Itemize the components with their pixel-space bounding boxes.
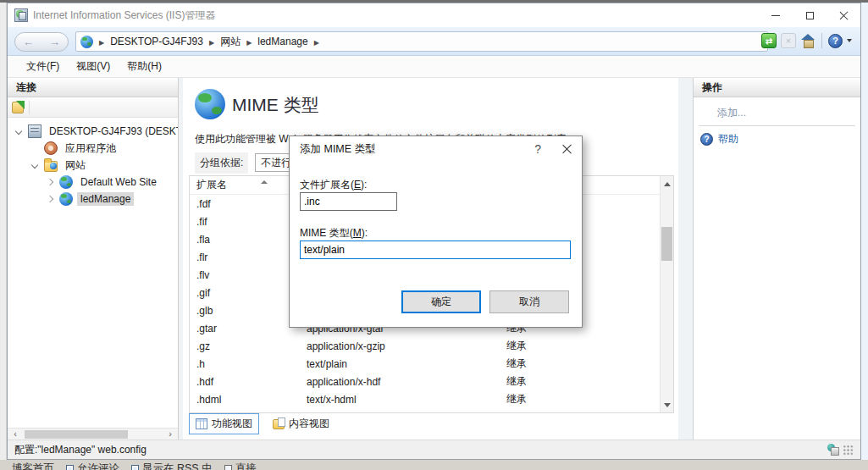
menu-bar: 文件(F)视图(V)帮助(H) <box>8 56 860 78</box>
menu-item[interactable]: 视图(V) <box>68 56 119 77</box>
tree-expander-icon[interactable] <box>31 162 38 169</box>
actions-panel: 操作 添加... ? 帮助 <box>693 78 860 440</box>
mime-type-field[interactable] <box>300 241 571 259</box>
background-page-label: 显示在 RSS 中 <box>142 462 213 470</box>
table-row[interactable]: .gz application/x-gzip 继承 <box>190 337 660 355</box>
cell-mime-type: text/plain <box>300 358 500 370</box>
cell-extension: .hdf <box>190 376 300 388</box>
connections-panel: 连接 DESKTOP-GJ4FJ93 (DESKTO 应用程序池 网站 Defa… <box>8 78 179 440</box>
scroll-up-icon[interactable] <box>661 177 673 191</box>
iis-app-icon <box>14 8 28 22</box>
tree-item-label: 应用程序池 <box>62 141 119 157</box>
breadcrumb-separator-icon: ▶ <box>99 39 104 47</box>
restart-icon[interactable]: ⇄ <box>761 33 777 48</box>
hscroll-thumb[interactable] <box>25 430 128 439</box>
cell-entry-type: 继承 <box>500 392 660 406</box>
view-tab[interactable]: 功能视图 <box>189 413 259 434</box>
resize-grip[interactable] <box>843 445 854 456</box>
add-action-link[interactable]: 添加... <box>717 106 746 120</box>
close-button[interactable] <box>827 3 860 27</box>
background-page-label: 直接 <box>235 462 257 470</box>
actions-header: 操作 <box>694 78 860 97</box>
tree-item-label: ledManage <box>77 192 134 206</box>
table-vscrollbar[interactable] <box>660 176 673 412</box>
mime-types-feature-icon <box>195 89 225 119</box>
help-dropdown-caret[interactable] <box>847 39 852 42</box>
tree-item[interactable]: DESKTOP-GJ4FJ93 (DESKTO <box>8 123 178 140</box>
breadcrumb-separator-icon: ▶ <box>246 39 252 47</box>
dialog-help-button[interactable]: ? <box>534 142 541 156</box>
help-icon[interactable]: ? <box>828 34 843 48</box>
maximize-icon <box>806 12 814 19</box>
breadcrumb-item[interactable]: 网站 <box>220 36 240 47</box>
connections-header: 连接 <box>8 78 178 97</box>
connections-hscrollbar[interactable]: ‹ › <box>8 428 178 440</box>
help-action-link[interactable]: ? 帮助 <box>700 132 738 147</box>
cell-entry-type: 继承 <box>500 374 660 389</box>
minimize-button[interactable] <box>759 3 793 27</box>
tree-expander-icon[interactable] <box>47 179 53 185</box>
title-bar: Internet Information Services (IIS)管理器 <box>8 3 860 27</box>
cell-extension: .flv <box>190 269 300 281</box>
content-view-icon <box>273 419 285 429</box>
breadcrumb-separator-icon: ▶ <box>209 39 214 47</box>
tree-expander-icon[interactable] <box>15 128 22 135</box>
cell-extension: .fla <box>190 234 300 246</box>
divider <box>29 101 30 114</box>
dialog-close-button[interactable] <box>561 144 572 154</box>
group-by-label: 分组依据: <box>195 152 248 174</box>
cell-extension: .flr <box>190 252 300 263</box>
tree-item[interactable]: 网站 <box>8 157 178 174</box>
tree-item-icon <box>59 192 73 206</box>
connections-tree: DESKTOP-GJ4FJ93 (DESKTO 应用程序池 网站 Default… <box>8 119 178 428</box>
view-tab[interactable]: 内容视图 <box>266 413 336 434</box>
background-page-label: 允许评论 <box>77 462 119 470</box>
nav-back-forward: ← → <box>14 32 69 52</box>
cancel-button[interactable]: 取消 <box>489 290 569 313</box>
column-header-extension[interactable]: 扩展名 <box>190 176 300 194</box>
cell-mime-type: text/x-hdml <box>300 394 500 406</box>
breadcrumb-item[interactable]: DESKTOP-GJ4FJ93 <box>110 36 203 47</box>
scroll-down-icon[interactable] <box>661 398 673 412</box>
tree-item[interactable]: ledManage <box>8 191 178 207</box>
table-row[interactable]: .h text/plain 继承 <box>190 355 660 373</box>
scroll-right-icon[interactable]: › <box>164 429 176 440</box>
view-tab-label: 功能视图 <box>212 417 252 431</box>
maximize-button[interactable] <box>793 3 827 27</box>
sort-ascending-icon <box>261 180 268 184</box>
window-title: Internet Information Services (IIS)管理器 <box>33 8 215 23</box>
site-globe-icon <box>80 36 93 48</box>
menu-item[interactable]: 帮助(H) <box>119 56 170 77</box>
checkbox-icon <box>131 465 139 470</box>
table-row[interactable]: .hdml text/x-hdml 继承 <box>190 390 660 408</box>
tree-item[interactable]: Default Web Site <box>8 174 178 191</box>
background-page-label: 博客首页 <box>12 462 54 470</box>
breadcrumb-item[interactable]: ledManage <box>257 36 307 47</box>
divider <box>699 125 855 126</box>
vscroll-thumb[interactable] <box>661 227 672 261</box>
background-page-item: 博客首页 <box>12 462 54 470</box>
menu-item[interactable]: 文件(F) <box>18 56 68 77</box>
scroll-left-icon[interactable]: ‹ <box>9 429 21 440</box>
page-title: MIME 类型 <box>232 93 319 117</box>
breadcrumb[interactable]: ▶DESKTOP-GJ4FJ93▶网站▶ledManage▶ <box>75 31 768 52</box>
view-tab-label: 内容视图 <box>289 417 329 431</box>
dialog-title-bar: 添加 MIME 类型 ? <box>290 136 582 162</box>
file-extension-field[interactable] <box>300 192 397 211</box>
help-label: 帮助 <box>718 132 738 147</box>
ok-button[interactable]: 确定 <box>401 290 481 313</box>
tree-expander-icon[interactable] <box>47 196 53 202</box>
home-icon[interactable] <box>800 33 815 48</box>
back-button[interactable]: ← <box>23 36 34 48</box>
connections-toolbar <box>8 97 178 118</box>
forward-button[interactable]: → <box>49 36 60 48</box>
cell-extension: .gif <box>190 287 300 299</box>
tree-item-icon <box>44 141 58 155</box>
tree-item-label: 网站 <box>62 158 89 174</box>
status-text: 配置:"ledManage" web.config <box>14 443 147 457</box>
create-connection-icon[interactable] <box>12 102 24 113</box>
table-row[interactable]: .hdf application/x-hdf 继承 <box>190 373 660 390</box>
tree-item[interactable]: 应用程序池 <box>8 140 178 157</box>
background-page-item: 允许评论 <box>66 462 119 470</box>
file-extension-label: 文件扩展名(E): <box>300 178 367 192</box>
